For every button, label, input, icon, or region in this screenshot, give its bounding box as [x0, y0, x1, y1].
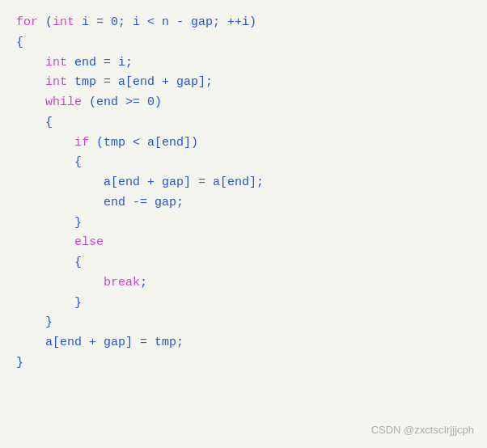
code-token: { [16, 116, 53, 129]
code-token: { [16, 36, 23, 49]
code-line: { [16, 113, 471, 133]
code-token: break [104, 276, 140, 290]
code-line: a[end + gap] = a[end]; [16, 173, 471, 193]
code-token [16, 136, 74, 150]
code-token: } [16, 216, 82, 230]
code-token: if [74, 136, 89, 150]
code-line: if (tmp < a[end]) [16, 133, 471, 154]
code-token [16, 95, 45, 109]
code-line: else [16, 233, 471, 253]
code-line: { [16, 153, 471, 173]
code-token: (tmp < a[end]) [89, 136, 198, 150]
code-token [16, 75, 45, 89]
code-token [16, 56, 45, 70]
code-line: { [16, 33, 471, 53]
code-line: } [16, 313, 471, 333]
code-token: a[end + gap] = a[end]; [16, 175, 264, 189]
code-token: } [16, 296, 82, 310]
code-line: } [16, 294, 471, 314]
code-line: a[end + gap] = tmp; [16, 333, 471, 353]
code-token: } [16, 315, 53, 329]
code-line: while (end >= 0) [16, 93, 471, 113]
code-token [16, 276, 104, 290]
code-token: ( [38, 15, 53, 29]
code-line: } [16, 353, 471, 374]
code-line: { [16, 253, 471, 273]
code-token: else [74, 235, 104, 249]
code-line: int tmp = a[end + gap]; [16, 73, 471, 93]
code-token: int [45, 75, 67, 89]
code-line: int end = i; [16, 53, 471, 74]
code-token: } [16, 356, 23, 370]
code-line: } [16, 213, 471, 234]
code-token: tmp = a[end + gap]; [67, 75, 213, 89]
code-line: end -= gap; [16, 193, 471, 213]
code-token [16, 235, 74, 249]
code-token: { [16, 256, 82, 269]
code-token: end = i; [67, 56, 133, 70]
code-token: ; [140, 276, 147, 290]
code-window: for (int i = 0; i < n - gap; ++i){ int e… [0, 0, 487, 448]
code-token: int [45, 56, 67, 70]
code-line: break; [16, 273, 471, 294]
code-token: a[end + gap] = tmp; [16, 336, 184, 349]
code-token: { [16, 155, 82, 169]
code-token: i = 0; i < n - gap; ++i) [74, 15, 256, 29]
code-token: for [16, 15, 38, 29]
code-token: end -= gap; [16, 196, 184, 209]
watermark: CSDN @zxctscIrjjjcph [371, 421, 474, 438]
code-token: while [45, 95, 82, 109]
code-token: (end >= 0) [82, 95, 162, 109]
code-token: int [53, 15, 74, 29]
code-block: for (int i = 0; i < n - gap; ++i){ int e… [16, 13, 471, 374]
code-line: for (int i = 0; i < n - gap; ++i) [16, 13, 471, 33]
